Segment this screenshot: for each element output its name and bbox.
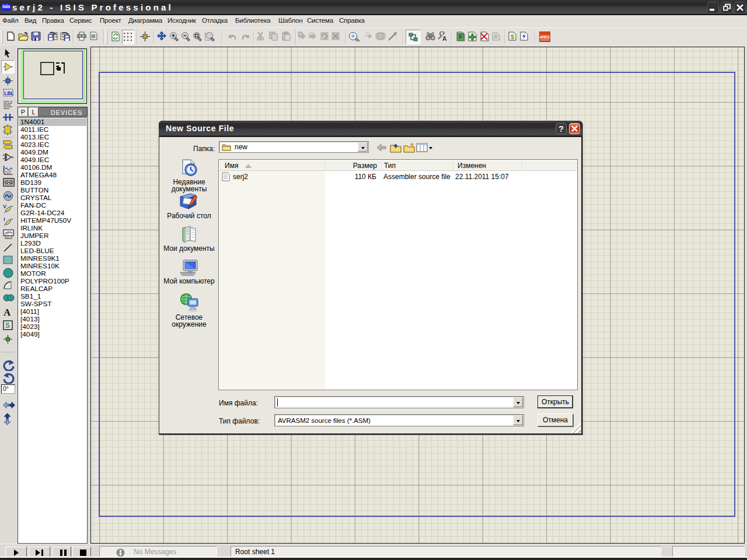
svg-text:LBL: LBL: [4, 90, 13, 96]
svg-text:A: A: [4, 307, 11, 317]
svg-text:V: V: [3, 204, 6, 209]
svg-text:$: $: [511, 33, 514, 40]
svg-text:I: I: [4, 216, 5, 222]
svg-text:ARES: ARES: [540, 35, 550, 39]
svg-text:S: S: [5, 321, 10, 330]
svg-text:A: A: [442, 36, 446, 41]
